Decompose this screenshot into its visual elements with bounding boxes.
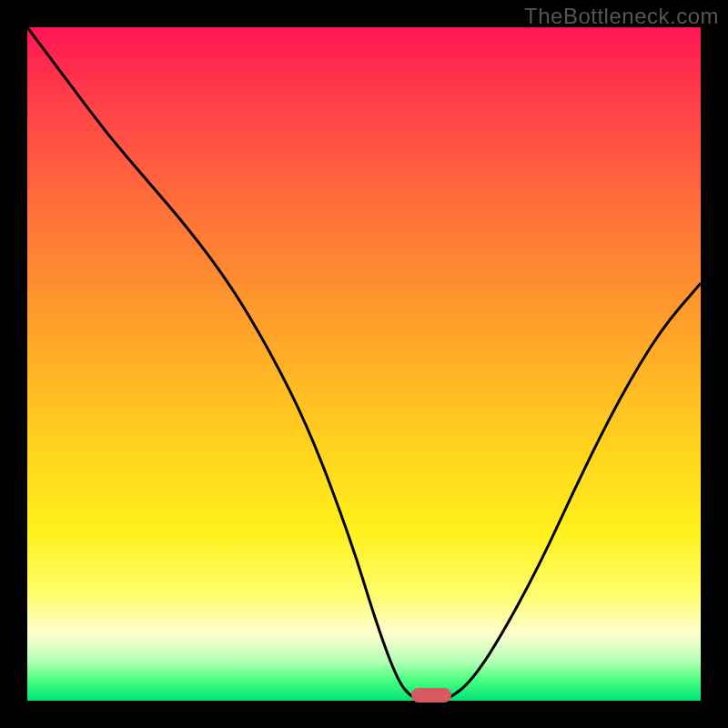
chart-frame: TheBottleneck.com [0, 0, 728, 728]
optimal-marker [411, 688, 451, 703]
watermark-text: TheBottleneck.com [524, 4, 719, 29]
bottleneck-curve [27, 27, 701, 701]
curve-path [27, 27, 701, 701]
